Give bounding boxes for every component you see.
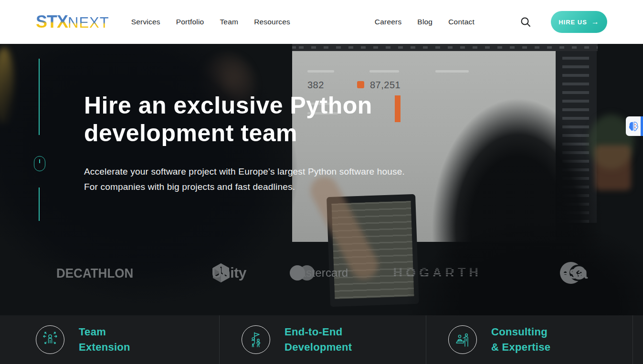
search-icon[interactable] <box>520 17 531 27</box>
photo-monitor-menubar <box>292 44 598 51</box>
hire-us-label: HIRE US <box>559 19 587 26</box>
browser-extension-widget[interactable] <box>626 116 643 136</box>
hero-title: Hire an exclusive Python development tea… <box>84 92 409 147</box>
feature-title: Consulting & Expertise <box>491 324 550 355</box>
widget-edge-strip <box>641 116 643 136</box>
logo-stx-text: STX <box>36 12 68 32</box>
nav-item-blog[interactable]: Blog <box>417 18 432 26</box>
esa-logo: e esa <box>560 262 582 284</box>
nav-item-services[interactable]: Services <box>131 18 160 26</box>
site-header: STXNEXT Services Portfolio Team Resource… <box>0 0 643 44</box>
mastercard-logo: mastercard <box>290 265 315 281</box>
decathlon-logo: DECATHLON <box>56 265 133 281</box>
feature-team-extension[interactable]: Team Extension <box>0 315 219 364</box>
screen-stat-icon <box>357 81 364 88</box>
hero-section: 382 87,251 Hire an exclusive Python deve… <box>0 44 643 315</box>
feature-title: End-to-End Development <box>285 324 352 355</box>
hogarth-logo: HOGARTH <box>393 266 482 281</box>
team-extension-icon <box>36 325 64 354</box>
nav-item-team[interactable]: Team <box>220 18 238 26</box>
secondary-nav: Careers Blog Contact <box>375 18 474 26</box>
logo-next-text: NEXT <box>68 14 109 31</box>
stx-next-logo[interactable]: STXNEXT <box>36 12 109 32</box>
consulting-expertise-icon <box>448 325 477 354</box>
main-nav: Services Portfolio Team Resources <box>131 18 290 26</box>
hero-subtitle: Accelerate your software project with Eu… <box>84 164 413 195</box>
scroll-line-bottom <box>39 187 40 221</box>
end-to-end-development-icon <box>242 325 270 354</box>
features-divider-stub <box>632 315 643 364</box>
screen-stat-right: 87,251 <box>370 80 401 91</box>
nav-item-contact[interactable]: Contact <box>448 18 474 26</box>
hire-us-button[interactable]: HIRE US → <box>551 11 607 33</box>
nav-item-careers[interactable]: Careers <box>375 18 402 26</box>
scroll-mouse-icon <box>34 156 45 171</box>
brain-icon[interactable] <box>626 116 641 136</box>
feature-title: Team Extension <box>79 324 130 355</box>
services-bar: Team Extension End-to-End Development <box>0 315 643 364</box>
scroll-line-top <box>39 59 40 135</box>
feature-consulting-expertise[interactable]: Consulting & Expertise <box>426 315 632 364</box>
nav-item-resources[interactable]: Resources <box>254 18 290 26</box>
client-logo-strip: DECATHLON Unity mastercard HOGARTH <box>56 258 582 288</box>
arrow-right-icon: → <box>591 18 600 26</box>
nav-item-portfolio[interactable]: Portfolio <box>176 18 204 26</box>
feature-end-to-end-development[interactable]: End-to-End Development <box>219 315 426 364</box>
